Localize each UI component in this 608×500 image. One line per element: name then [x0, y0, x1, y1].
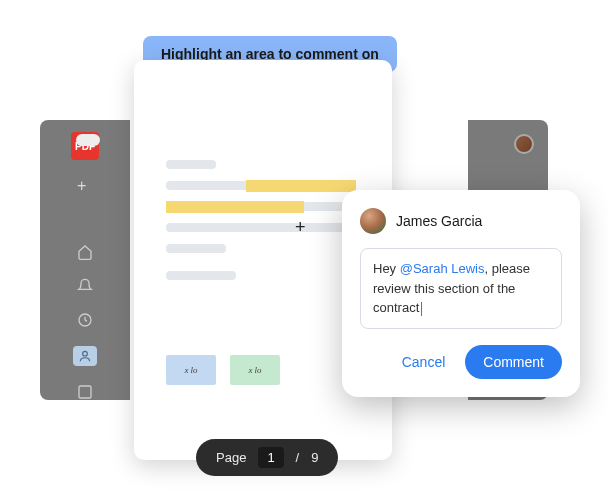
- app-sidebar: PDF +: [40, 120, 130, 400]
- signature-row: x lo x lo: [166, 355, 280, 385]
- comment-actions: Cancel Comment: [360, 345, 562, 379]
- svg-point-1: [83, 351, 88, 356]
- doc-text-line: [166, 244, 226, 253]
- pager-sep: /: [296, 450, 300, 465]
- svg-rect-2: [79, 386, 91, 398]
- comment-input[interactable]: Hey @Sarah Lewis, please review this sec…: [360, 248, 562, 329]
- comment-popover: James Garcia Hey @Sarah Lewis, please re…: [342, 190, 580, 397]
- grid-icon[interactable]: [77, 384, 93, 400]
- bell-icon[interactable]: [77, 278, 93, 294]
- doc-text-line: [166, 202, 356, 211]
- signature-field-green[interactable]: x lo: [230, 355, 280, 385]
- comment-button[interactable]: Comment: [465, 345, 562, 379]
- toggle-pill[interactable]: [76, 134, 100, 146]
- pager-total: 9: [311, 450, 318, 465]
- clock-icon[interactable]: [77, 312, 93, 328]
- mention[interactable]: @Sarah Lewis: [400, 261, 485, 276]
- signature-field-blue[interactable]: x lo: [166, 355, 216, 385]
- home-icon[interactable]: [77, 244, 93, 260]
- pager-current[interactable]: 1: [258, 447, 283, 468]
- crosshair-cursor-icon: +: [295, 217, 306, 238]
- comment-header: James Garcia: [360, 208, 562, 234]
- doc-text-line: [166, 181, 356, 190]
- highlight-region[interactable]: [166, 201, 304, 213]
- doc-text-line: [166, 223, 356, 232]
- text-cursor-icon: [421, 302, 422, 316]
- avatar: [360, 208, 386, 234]
- cancel-button[interactable]: Cancel: [392, 346, 456, 378]
- page-indicator: Page 1 / 9: [196, 439, 338, 476]
- doc-text-line: [166, 271, 236, 280]
- plus-icon[interactable]: +: [77, 178, 93, 194]
- comment-text: Hey: [373, 261, 400, 276]
- highlight-region[interactable]: [246, 180, 356, 192]
- avatar[interactable]: [514, 134, 534, 154]
- pager-label: Page: [216, 450, 246, 465]
- user-icon[interactable]: [73, 346, 97, 366]
- doc-text-line: [166, 160, 216, 169]
- comment-author: James Garcia: [396, 213, 482, 229]
